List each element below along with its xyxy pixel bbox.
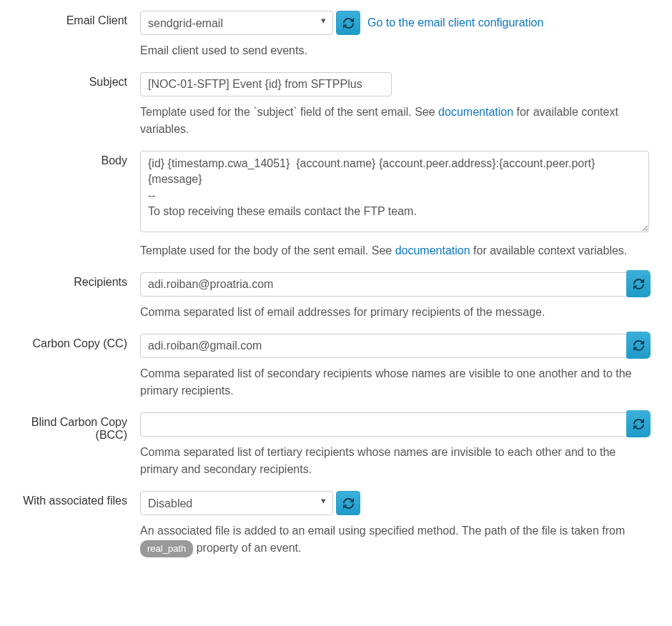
body-doc-link[interactable]: documentation	[395, 244, 470, 257]
cc-label: Carbon Copy (CC)	[13, 334, 140, 399]
refresh-icon	[633, 279, 644, 289]
refresh-icon	[343, 498, 354, 509]
real-path-badge: real_path	[140, 540, 193, 557]
email-client-label: Email Client	[13, 11, 140, 59]
subject-doc-link[interactable]: documentation	[438, 106, 513, 118]
assoc-help: An associated file is added to an email …	[140, 522, 649, 557]
subject-input[interactable]	[140, 72, 392, 96]
refresh-icon	[633, 340, 644, 351]
refresh-icon	[633, 419, 644, 429]
email-client-select[interactable]: sendgrid-email	[140, 11, 333, 35]
assoc-label: With associated files	[13, 491, 140, 557]
recipients-help: Comma separated list of email addresses …	[140, 304, 649, 321]
email-client-help: Email client used to send events.	[140, 42, 659, 59]
subject-help: Template used for the `subject` field of…	[140, 104, 659, 138]
bcc-help: Comma separated list of tertiary recipie…	[140, 444, 649, 478]
recipients-refresh-button[interactable]	[626, 270, 651, 297]
bcc-input[interactable]	[140, 412, 649, 437]
bcc-label: Blind Carbon Copy (BCC)	[13, 412, 140, 478]
recipients-label: Recipients	[13, 272, 140, 321]
subject-label: Subject	[13, 72, 140, 138]
email-client-refresh-button[interactable]	[336, 11, 360, 35]
body-textarea[interactable]	[140, 151, 649, 232]
recipients-input[interactable]	[140, 272, 649, 297]
body-help: Template used for the body of the sent e…	[140, 242, 649, 259]
assoc-refresh-button[interactable]	[336, 491, 360, 515]
refresh-icon	[343, 18, 354, 29]
bcc-refresh-button[interactable]	[626, 410, 651, 437]
body-label: Body	[13, 151, 140, 259]
cc-input[interactable]	[140, 334, 649, 358]
cc-refresh-button[interactable]	[626, 332, 651, 359]
email-client-config-link[interactable]: Go to the email client configuration	[367, 16, 543, 29]
assoc-select[interactable]: Disabled	[140, 491, 333, 515]
cc-help: Comma separated list of secondary recipi…	[140, 365, 649, 399]
